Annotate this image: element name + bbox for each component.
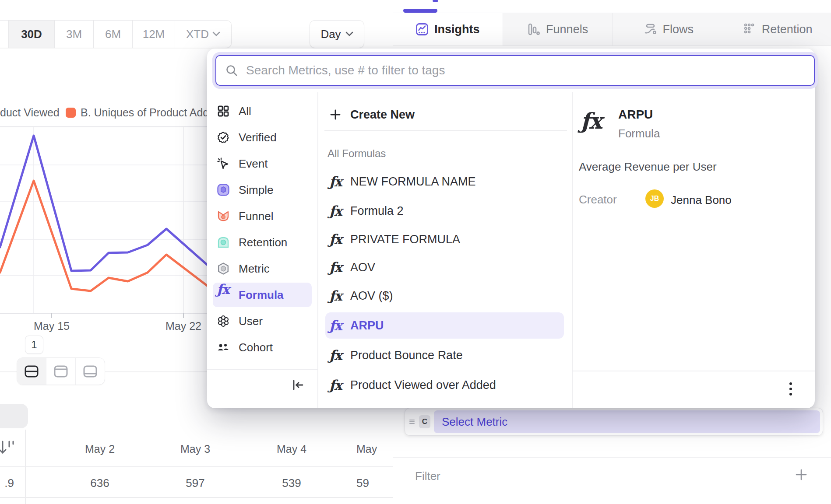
retention-icon xyxy=(743,23,756,36)
time-range-6m-button[interactable]: 6M xyxy=(94,21,133,48)
select-metric-label: Select Metric xyxy=(442,415,507,429)
formula-section-label: All Formulas xyxy=(327,147,386,160)
table-header-may2[interactable]: May 2 xyxy=(69,443,130,455)
fx-icon: ƒx xyxy=(329,259,342,275)
tab-insights-label: Insights xyxy=(434,23,480,36)
sidebar-item-all[interactable]: All xyxy=(207,98,317,124)
granularity-day-button[interactable]: Day xyxy=(310,20,364,48)
formula-item[interactable]: ƒx AOV ($) xyxy=(329,283,342,309)
metric-row-card: C Select Metric xyxy=(405,408,823,436)
formula-item[interactable]: ƒx Product Viewed over Added xyxy=(329,372,342,398)
tab-flows-label: Flows xyxy=(663,23,694,36)
formula-item[interactable]: ƒx Product Bounce Rate xyxy=(329,342,342,368)
sidebar-column-divider xyxy=(317,92,318,408)
table-header-may3[interactable]: May 3 xyxy=(165,443,226,455)
formula-fx-icon: ƒx xyxy=(217,281,230,294)
metric-picker-modal: Search Metrics, use # to filter to tags … xyxy=(207,49,815,408)
table-corner-pill xyxy=(0,404,28,428)
table-cell-may2: 636 xyxy=(69,476,130,490)
table-cell-first-clipped: .9 xyxy=(0,476,14,490)
x-axis-label-may22: May 22 xyxy=(162,320,205,332)
metric-search-field[interactable]: Search Metrics, use # to filter to tags xyxy=(215,55,815,86)
layout-bottom-bar-button[interactable] xyxy=(76,358,105,385)
sidebar-item-formula[interactable]: ƒx Formula xyxy=(207,282,317,308)
filter-section-label: Filter xyxy=(415,469,440,483)
detail-fx-icon: ƒx xyxy=(581,108,601,134)
fx-icon: ƒx xyxy=(329,318,342,333)
time-range-xtd-button[interactable]: XTD xyxy=(175,21,231,48)
time-range-12m-button[interactable]: 12M xyxy=(133,21,175,48)
tab-retention[interactable]: Retention xyxy=(724,13,831,46)
cohort-people-icon xyxy=(217,341,230,354)
x-axis-label-may15: May 15 xyxy=(30,320,74,332)
formula-item[interactable]: ƒx PRIVATE FORMULA xyxy=(329,226,342,252)
creator-avatar: JB xyxy=(645,189,664,208)
add-filter-button[interactable] xyxy=(795,468,808,481)
search-placeholder: Search Metrics, use # to filter to tags xyxy=(246,63,445,77)
layout-top-bar-button[interactable] xyxy=(46,358,76,385)
drag-handle-icon[interactable] xyxy=(408,418,416,425)
detail-footer-divider xyxy=(572,371,815,371)
app-screen: 30D 3M 6M 12M XTD Day duct Viewed B. Uni… xyxy=(0,0,831,504)
time-range-clipped-button[interactable] xyxy=(0,21,9,48)
sort-descending-icon[interactable] xyxy=(0,440,14,456)
fx-icon: ƒx xyxy=(329,231,342,247)
fx-icon: ƒx xyxy=(329,347,342,363)
tab-insights[interactable]: Insights xyxy=(393,13,503,46)
split-middle-icon xyxy=(24,365,39,378)
search-icon xyxy=(225,64,238,77)
plus-icon xyxy=(329,108,342,121)
fx-icon: ƒx xyxy=(329,377,342,393)
sidebar-item-user[interactable]: User xyxy=(207,308,317,334)
layout-split-horizontal-button[interactable] xyxy=(17,358,46,385)
fx-icon: ƒx xyxy=(329,203,342,219)
sidebar-item-simple[interactable]: Simple xyxy=(207,177,317,203)
active-tab-indicator xyxy=(403,9,437,13)
formula-item[interactable]: ƒx NEW FORMULA NAME xyxy=(329,168,342,195)
table-header-may4[interactable]: May 4 xyxy=(261,443,322,455)
detail-title: ARPU xyxy=(618,108,653,122)
chart-gridlines xyxy=(0,127,207,313)
series-b-line[interactable] xyxy=(0,181,207,291)
sidebar-footer-divider xyxy=(207,369,317,370)
formula-item[interactable]: ƒx AOV xyxy=(329,254,342,280)
tab-flows[interactable]: Flows xyxy=(613,13,724,46)
creator-name: Jenna Bono xyxy=(671,193,732,207)
page-number-badge[interactable]: 1 xyxy=(25,336,43,354)
sidebar-item-verified[interactable]: Verified xyxy=(207,125,317,150)
collapse-sidebar-icon[interactable] xyxy=(290,378,305,392)
formula-item[interactable]: ƒx Formula 2 xyxy=(329,198,342,224)
grid-icon xyxy=(217,105,230,118)
split-bottom-icon xyxy=(83,365,98,378)
table-header-divider xyxy=(0,466,393,467)
sidebar-item-retention[interactable]: Retention xyxy=(207,230,317,255)
time-range-group: 30D 3M 6M 12M XTD xyxy=(0,20,232,48)
series-a-line[interactable] xyxy=(0,136,207,271)
fx-icon: ƒx xyxy=(329,174,342,189)
line-chart[interactable] xyxy=(0,122,207,326)
flows-icon xyxy=(643,23,657,36)
sidebar-item-funnel[interactable]: Funnel xyxy=(207,203,317,229)
legend-series-a-label[interactable]: duct Viewed xyxy=(0,106,60,119)
retention-metric-icon xyxy=(217,236,230,249)
table-header-may-clipped[interactable]: May xyxy=(356,443,393,455)
time-range-3m-button[interactable]: 3M xyxy=(55,21,94,48)
report-type-tabbar: Insights Funnels Flows xyxy=(393,13,831,46)
formula-item-arpu-selected[interactable]: ƒx ARPU xyxy=(329,312,342,339)
sidebar-item-event[interactable]: Event xyxy=(207,151,317,176)
select-metric-button[interactable]: Select Metric xyxy=(434,410,820,433)
insights-icon xyxy=(416,23,429,36)
table-cell-may-clipped: 59 xyxy=(356,476,393,490)
chevron-down-icon xyxy=(345,32,353,37)
layout-switcher-group xyxy=(17,357,105,385)
time-range-30d-button[interactable]: 30D xyxy=(9,21,55,48)
tab-funnels-label: Funnels xyxy=(546,23,588,36)
sidebar-item-cohort[interactable]: Cohort xyxy=(207,335,317,360)
tab-funnels[interactable]: Funnels xyxy=(503,13,613,46)
more-options-kebab-icon[interactable] xyxy=(786,379,796,399)
sidebar-item-metric[interactable]: Metric xyxy=(207,256,317,281)
funnels-icon xyxy=(527,23,540,36)
legend-series-b-label[interactable]: B. Uniques of Product Add xyxy=(81,106,209,119)
legend-series-b-swatch xyxy=(66,108,76,118)
create-new-button[interactable]: Create New xyxy=(329,102,342,128)
